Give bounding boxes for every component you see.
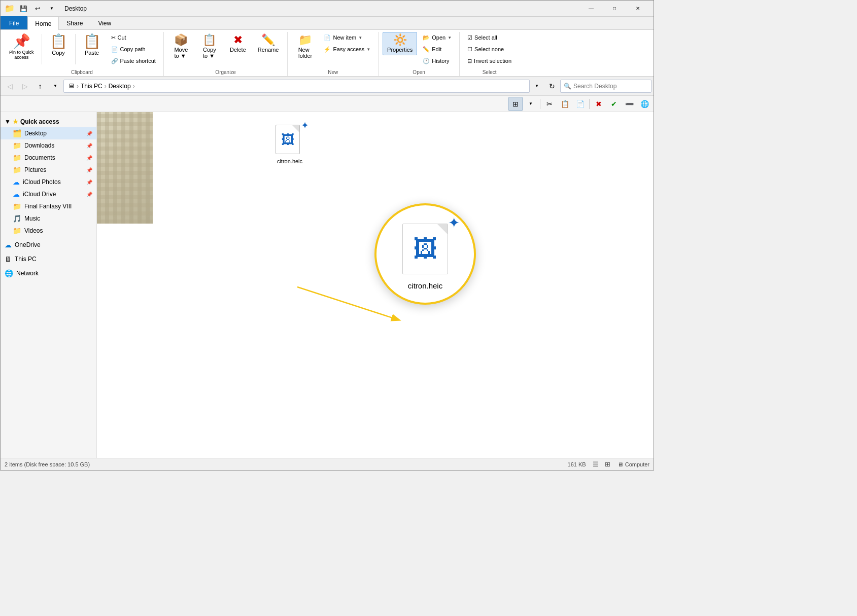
new-folder-button[interactable]: 📁 Newfolder <box>292 32 318 61</box>
ribbon-group-open: 🔆 Properties 📂 Open ▼ ✏️ Edit 🕐 <box>379 32 460 76</box>
edit-icon: ✏️ <box>423 46 430 53</box>
quick-access-section: ▼ ★ Quick access 🗂️ Desktop 📌 📁 Download… <box>1 116 96 237</box>
zoom-paper-fold <box>437 224 448 234</box>
close-button[interactable]: ✕ <box>626 1 649 17</box>
copy-to-button[interactable]: 📋 Copyto ▼ <box>196 32 223 61</box>
sidebar-icloud-drive-label: iCloud Drive <box>23 191 56 198</box>
ribbon-group-select: ☑ Select all ☐ Select none ⊟ Invert sele… <box>460 32 519 76</box>
tab-view[interactable]: View <box>90 16 119 29</box>
search-input[interactable] <box>573 83 648 90</box>
move-to-button[interactable]: 📦 Moveto ▼ <box>168 32 194 61</box>
rename-button[interactable]: ✏️ Rename <box>253 32 284 55</box>
view-options-button[interactable]: ▼ <box>524 97 538 111</box>
recent-button[interactable]: ▼ <box>48 79 62 93</box>
quick-access-header[interactable]: ▼ ★ Quick access <box>1 116 96 127</box>
copy-toolbar-button[interactable]: 📋 <box>558 97 572 111</box>
window-title: Desktop <box>64 5 87 12</box>
globe-toolbar-button[interactable]: 🌐 <box>637 97 652 111</box>
delete-toolbar-button[interactable]: ✖ <box>592 97 606 111</box>
ff-folder-icon: 📁 <box>13 202 21 210</box>
select-none-button[interactable]: ☐ Select none <box>464 44 515 55</box>
sidebar-pictures-label: Pictures <box>24 166 46 173</box>
icloud-drive-pin-icon: 📌 <box>86 192 92 197</box>
properties-button[interactable]: 🔆 Properties <box>383 32 417 55</box>
sidebar-item-desktop[interactable]: 🗂️ Desktop 📌 <box>1 127 96 139</box>
zoom-filename: citron.heic <box>408 281 442 290</box>
address-dropdown-button[interactable]: ▼ <box>530 79 544 93</box>
new-item-arrow: ▼ <box>358 35 362 40</box>
item-count: 2 items (Disk free space: 10.5 GB) <box>5 461 90 467</box>
sidebar-item-music[interactable]: 🎵 Music <box>1 212 96 225</box>
open-icon: 📂 <box>423 34 430 41</box>
delete-button[interactable]: ✖ Delete <box>225 32 251 55</box>
back-button[interactable]: ◁ <box>3 79 17 93</box>
pictures-folder-icon: 📁 <box>13 166 21 174</box>
copy-button[interactable]: 📋 Copy <box>45 32 72 58</box>
sidebar-item-videos[interactable]: 📁 Videos <box>1 225 96 237</box>
refresh-button[interactable]: ↻ <box>545 79 559 93</box>
forward-button[interactable]: ▷ <box>18 79 32 93</box>
sidebar-item-network[interactable]: 🌐 Network <box>1 267 96 279</box>
invert-icon: ⊟ <box>467 58 472 64</box>
qat-undo-button[interactable]: ↩ <box>32 3 43 14</box>
citron-badge: ✦ <box>301 121 308 130</box>
sidebar-item-documents[interactable]: 📁 Documents 📌 <box>1 152 96 164</box>
tab-home[interactable]: Home <box>27 17 59 30</box>
file-item-citron[interactable]: 🖼 ✦ citron.heic <box>269 120 310 169</box>
sidebar-item-icloud-drive[interactable]: ☁ iCloud Drive 📌 <box>1 188 96 200</box>
downloads-folder-icon: 📁 <box>13 141 21 150</box>
status-right: 161 KB ☰ ⊞ 🖥 Computer <box>568 459 649 470</box>
select-all-button[interactable]: ☑ Select all <box>464 32 515 43</box>
address-desktop[interactable]: Desktop <box>109 83 131 90</box>
new-item-button[interactable]: 📄 New item ▼ <box>320 32 374 43</box>
sidebar-item-final-fantasy[interactable]: 📁 Final Fantasy VIII <box>1 200 96 212</box>
minus-toolbar-button[interactable]: ➖ <box>622 97 636 111</box>
computer-text: Computer <box>625 461 649 467</box>
ribbon-group-select-content: ☑ Select all ☐ Select none ⊟ Invert sele… <box>464 32 515 68</box>
desktop-pin-icon: 📌 <box>86 131 92 136</box>
easy-access-button[interactable]: ⚡ Easy access ▼ <box>320 44 374 55</box>
address-this-pc[interactable]: This PC <box>81 83 102 90</box>
sidebar-item-downloads[interactable]: 📁 Downloads 📌 <box>1 139 96 152</box>
tab-share[interactable]: Share <box>59 16 90 29</box>
invert-selection-button[interactable]: ⊟ Invert selection <box>464 55 515 66</box>
zoom-icon-container: 🖼 ✦ <box>395 219 456 279</box>
sidebar-item-pictures[interactable]: 📁 Pictures 📌 <box>1 164 96 176</box>
new-folder-icon: 📁 <box>298 34 312 46</box>
zoom-badge: ✦ <box>448 214 460 231</box>
videos-folder-icon: 📁 <box>13 227 21 235</box>
pin-icon: 📌 <box>13 34 30 49</box>
sidebar-this-pc-label: This PC <box>15 256 37 263</box>
quick-access-star-icon: ★ <box>13 118 18 125</box>
sidebar-item-icloud-photos[interactable]: ☁ iCloud Photos 📌 <box>1 176 96 188</box>
paste-button[interactable]: 📋 Paste <box>79 32 106 58</box>
list-view-button[interactable]: ☰ <box>590 459 601 470</box>
open-button[interactable]: 📂 Open ▼ <box>419 32 455 43</box>
sidebar-item-onedrive[interactable]: ☁ OneDrive <box>1 239 96 251</box>
move-to-icon: 📦 <box>174 34 188 46</box>
qat-dropdown[interactable]: ▼ <box>46 3 57 14</box>
copy-path-icon: 📄 <box>111 46 118 53</box>
up-button[interactable]: ↑ <box>33 79 47 93</box>
edit-button[interactable]: ✏️ Edit <box>419 44 455 55</box>
paste-toolbar-button[interactable]: 📄 <box>573 97 587 111</box>
file-size: 161 KB <box>568 461 586 467</box>
title-bar-left: 📁 💾 ↩ ▼ Desktop <box>5 3 579 14</box>
check-toolbar-button[interactable]: ✔ <box>607 97 621 111</box>
view-toolbar: ⊞ ▼ ✂ 📋 📄 ✖ ✔ ➖ 🌐 <box>1 96 654 112</box>
qat-save-button[interactable]: 💾 <box>18 3 29 14</box>
history-button[interactable]: 🕐 History <box>419 55 455 66</box>
cut-button[interactable]: ✂ Cut <box>108 32 159 43</box>
minimize-button[interactable]: — <box>579 1 603 17</box>
quick-access-expand-icon: ▼ <box>5 118 11 125</box>
address-bar[interactable]: 🖥 › This PC › Desktop › <box>63 80 530 93</box>
grid-view-button[interactable]: ⊞ <box>602 459 613 470</box>
large-icons-view-button[interactable]: ⊞ <box>508 97 523 111</box>
maximize-button[interactable]: □ <box>603 1 626 17</box>
paste-shortcut-button[interactable]: 🔗 Paste shortcut <box>108 55 159 66</box>
cut-toolbar-button[interactable]: ✂ <box>542 97 557 111</box>
sidebar-item-this-pc[interactable]: 🖥 This PC <box>1 253 96 265</box>
tab-file[interactable]: File <box>1 16 27 29</box>
copy-path-button[interactable]: 📄 Copy path <box>108 44 159 55</box>
pin-to-quick-access-button[interactable]: 📌 Pin to Quickaccess <box>5 32 39 62</box>
